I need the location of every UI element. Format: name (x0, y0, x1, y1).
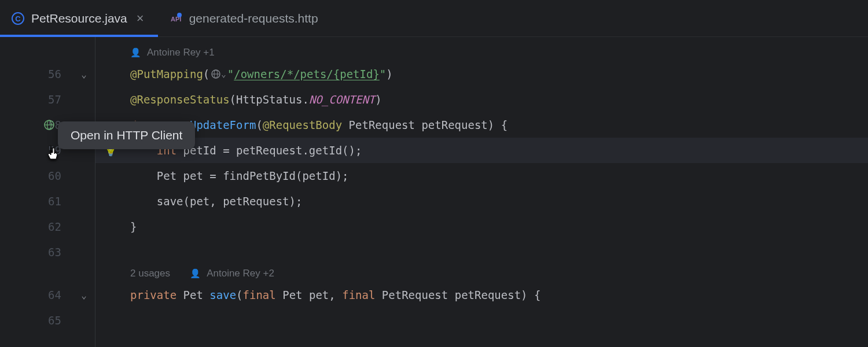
gutter: 56⌄ 57 58 59💡 60 61 62 63 64⌄ 65 (0, 37, 95, 347)
line-number[interactable]: 57 (0, 87, 95, 112)
code-line[interactable]: d processUpdateForm(@RequestBody PetRequ… (130, 112, 868, 138)
person-icon: 👤 (190, 268, 201, 279)
chevron-down-icon[interactable]: ⌄ (81, 290, 87, 301)
close-icon[interactable]: × (134, 11, 146, 26)
code-line[interactable]: private Pet save(final Pet pet, final Pe… (130, 282, 868, 308)
tab-label: PetResource.java (31, 12, 127, 25)
tab-generated-requests[interactable]: API generated-requests.http (158, 0, 330, 36)
line-number[interactable]: 64⌄ (0, 282, 95, 308)
code-usage-hint[interactable]: 2 usages 👤Antoine Rey +2 (130, 265, 868, 282)
code-line[interactable]: Pet pet = findPetById(petId); (130, 163, 868, 189)
line-number[interactable]: 61 (0, 189, 95, 214)
line-number[interactable]: 65 (0, 308, 95, 333)
api-icon: API (170, 12, 182, 25)
svg-point-3 (177, 13, 182, 17)
line-number[interactable]: 62 (0, 214, 95, 239)
code-line[interactable]: int petId = petRequest.getId(); (95, 138, 868, 163)
tab-label: generated-requests.http (189, 12, 318, 25)
svg-text:C: C (15, 14, 21, 23)
code-area[interactable]: 👤Antoine Rey +1 @PutMapping(⌄"/owners/*/… (95, 37, 868, 347)
http-gutter-icon[interactable] (44, 120, 54, 130)
editor-tabs: C PetResource.java × API generated-reque… (0, 0, 868, 37)
line-number[interactable]: 56⌄ (0, 61, 95, 87)
editor: 56⌄ 57 58 59💡 60 61 62 63 64⌄ 65 👤Antoin… (0, 37, 868, 347)
code-line[interactable]: @ResponseStatus(HttpStatus.NO_CONTENT) (130, 87, 868, 112)
code-line[interactable]: @PutMapping(⌄"/owners/*/pets/{petId}") (130, 61, 868, 87)
gutter-tooltip: Open in HTTP Client (58, 121, 195, 149)
tab-pet-resource[interactable]: C PetResource.java × (0, 0, 158, 36)
code-line[interactable]: } (130, 214, 868, 239)
code-author-hint[interactable]: 👤Antoine Rey +1 (130, 44, 868, 61)
chevron-down-icon[interactable]: ⌄ (81, 69, 87, 80)
class-icon: C (12, 12, 24, 25)
line-number[interactable]: 63 (0, 239, 95, 265)
person-icon: 👤 (130, 47, 141, 58)
cursor-pointer-icon (45, 145, 62, 168)
code-line[interactable]: save(pet, petRequest); (130, 189, 868, 214)
globe-icon[interactable]: ⌄ (211, 69, 226, 79)
code-line[interactable] (130, 239, 868, 265)
